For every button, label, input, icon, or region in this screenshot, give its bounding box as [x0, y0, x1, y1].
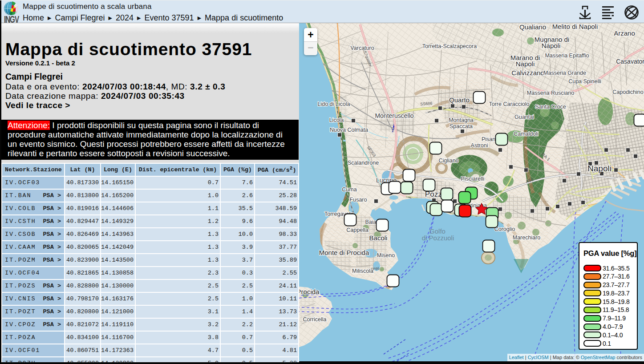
- svg-text:Pisani: Pisani: [482, 136, 497, 142]
- svg-text:Qualiano: Qualiano: [519, 23, 546, 31]
- svg-text:Casavatore: Casavatore: [616, 58, 644, 65]
- svg-text:Licola: Licola: [329, 117, 344, 123]
- svg-text:Melito di Napoli: Melito di Napoli: [552, 23, 598, 30]
- svg-text:Nuova Colmata: Nuova Colmata: [330, 127, 368, 133]
- svg-text:Monteruscello: Monteruscello: [375, 112, 413, 119]
- svg-text:Miseno: Miseno: [377, 252, 395, 259]
- svg-text:Miliscola: Miliscola: [352, 268, 373, 274]
- svg-text:Marechiaro: Marechiaro: [513, 235, 541, 241]
- svg-text:Quarto: Quarto: [449, 96, 470, 104]
- svg-text:Corricella: Corricella: [303, 316, 327, 323]
- svg-text:Torre Caracciolo: Torre Caracciolo: [489, 101, 529, 107]
- svg-text:Masseria Rusciano: Masseria Rusciano: [527, 90, 574, 96]
- svg-text:Guantai: Guantai: [514, 114, 534, 120]
- svg-text:Napoli: Napoli: [587, 164, 612, 173]
- svg-text:Monte di Procida: Monte di Procida: [319, 249, 369, 256]
- svg-text:Pisciarelli: Pisciarelli: [461, 176, 485, 182]
- svg-text:Arzano: Arzano: [614, 29, 635, 37]
- svg-text:INGV: INGV: [4, 14, 19, 24]
- svg-text:Spaccata: Spaccata: [450, 123, 473, 129]
- svg-text:SS686: SS686: [420, 101, 433, 106]
- svg-text:Baia: Baia: [365, 219, 376, 225]
- svg-text:Cigliano: Cigliano: [438, 158, 458, 164]
- svg-text:Napoli: Napoli: [516, 60, 535, 68]
- svg-text:Fusaro: Fusaro: [350, 197, 367, 203]
- svg-text:Calvizzano: Calvizzano: [511, 69, 544, 77]
- svg-text:Astroni: Astroni: [471, 142, 488, 149]
- svg-text:Torretta-Scalzapecora: Torretta-Scalzapecora: [422, 43, 477, 49]
- svg-text:Cuma: Cuma: [342, 186, 356, 193]
- svg-text:Santa Croce: Santa Croce: [535, 104, 566, 110]
- svg-text:Coroglio: Coroglio: [494, 226, 515, 232]
- svg-text:Cappella: Cappella: [346, 227, 368, 233]
- svg-text:Capodichino: Capodichino: [612, 89, 644, 95]
- svg-text:Cupa Spinelli: Cupa Spinelli: [568, 78, 601, 85]
- svg-text:Bacoli: Bacoli: [369, 234, 388, 242]
- svg-text:Scalandrone: Scalandrone: [348, 160, 379, 166]
- svg-text:Varcaturo: Varcaturo: [350, 45, 374, 51]
- svg-text:Camaldoli: Camaldoli: [514, 131, 539, 137]
- svg-text:Montagna: Montagna: [449, 117, 474, 123]
- svg-text:Masseria Epitaffio: Masseria Epitaffio: [545, 53, 589, 59]
- svg-text:Lido di Licola: Lido di Licola: [318, 101, 350, 107]
- svg-text:Napoli: Napoli: [542, 42, 561, 49]
- svg-text:Procida: Procida: [299, 288, 320, 295]
- svg-text:di Pozzuoli: di Pozzuoli: [422, 234, 454, 242]
- svg-text:Masseria Grande: Masseria Grande: [543, 70, 586, 76]
